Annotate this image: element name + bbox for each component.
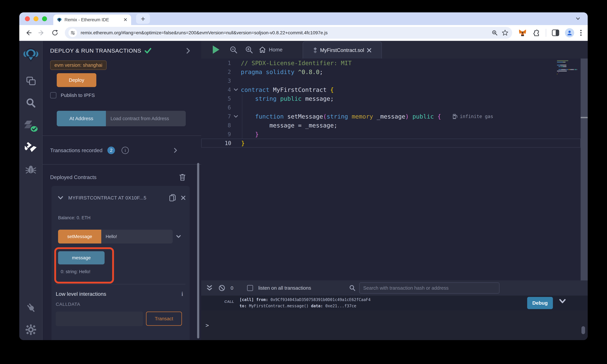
remix-logo-icon[interactable] xyxy=(19,48,42,62)
expand-terminal-icon[interactable] xyxy=(207,280,212,296)
set-message-row: setMessage xyxy=(58,230,181,244)
settings-gear-icon[interactable] xyxy=(19,324,42,335)
sidebar-toggle-icon[interactable] xyxy=(552,29,559,37)
code-line[interactable]: 8 message = _message; xyxy=(201,121,581,130)
panel-divider xyxy=(42,164,201,165)
maximize-window-button[interactable] xyxy=(42,16,47,21)
check-icon xyxy=(145,48,151,53)
panel-expand-chevron-icon[interactable] xyxy=(186,48,190,54)
log-text: [call] from: 0x9Cf934043aD350758391b0D01… xyxy=(239,297,371,309)
tab-close-icon[interactable]: ✕ xyxy=(123,17,128,22)
gas-estimate-widget: infinite gas xyxy=(453,114,493,119)
set-message-button[interactable]: setMessage xyxy=(58,230,101,244)
home-icon xyxy=(259,47,266,53)
terminal-scroll-thumb[interactable] xyxy=(581,326,585,334)
reload-icon[interactable] xyxy=(51,29,59,37)
at-address-button[interactable]: At Address xyxy=(57,111,106,126)
log-expand-chevron-icon[interactable] xyxy=(559,299,566,303)
low-level-info-icon[interactable]: i xyxy=(182,290,183,297)
set-message-input[interactable] xyxy=(101,230,173,244)
menu-kebab-icon[interactable] xyxy=(580,29,582,37)
transact-button[interactable]: Transact xyxy=(146,312,182,326)
panel-scrollbar[interactable] xyxy=(197,163,199,338)
pending-tx-count: 0 xyxy=(231,280,233,296)
code-line[interactable]: 6 xyxy=(201,103,581,112)
deploy-run-icon[interactable] xyxy=(19,142,42,153)
low-level-title: Low level interactions xyxy=(56,291,106,297)
url-text[interactable]: remix.ethereum.org/#lang=en&optimize=fal… xyxy=(81,30,488,36)
forward-icon[interactable] xyxy=(38,29,45,36)
message-button[interactable]: message xyxy=(58,251,105,264)
deploy-run-panel: DEPLOY & RUN TRANSACTIONS evm version: s… xyxy=(42,41,201,340)
panel-divider xyxy=(42,135,201,136)
bookmark-star-icon[interactable] xyxy=(501,29,509,36)
zoom-out-icon[interactable] xyxy=(230,46,238,54)
transactions-expand-chevron-icon[interactable] xyxy=(174,148,177,153)
tab-strip: Remix - Ethereum IDE ✕ + xyxy=(19,12,588,25)
minimap[interactable] xyxy=(557,60,579,75)
code-editor[interactable]: 1// SPDX-License-Identifier: MIT2pragma … xyxy=(201,59,588,280)
plugin-manager-icon[interactable] xyxy=(19,302,42,313)
code-line[interactable]: 4contract MyFirstContract { xyxy=(201,85,581,94)
solidity-file-icon xyxy=(313,47,317,53)
url-bar[interactable]: remix.ethereum.org/#lang=en&optimize=fal… xyxy=(65,27,512,39)
code-line[interactable]: 1// SPDX-License-Identifier: MIT xyxy=(201,59,581,67)
publish-ipfs-checkbox[interactable] xyxy=(50,92,56,98)
terminal-prompt-area[interactable]: > xyxy=(201,311,588,340)
code-line[interactable]: 5 string public message; xyxy=(201,94,581,103)
message-output: 0: string: Hello! xyxy=(61,269,90,274)
zoom-in-icon[interactable] xyxy=(245,46,253,54)
minimize-window-button[interactable] xyxy=(33,16,39,21)
profile-avatar[interactable] xyxy=(565,28,574,38)
clear-console-icon[interactable] xyxy=(218,280,225,296)
expand-args-chevron-icon[interactable] xyxy=(176,235,181,238)
browser-window: Remix - Ethereum IDE ✕ + xyxy=(19,12,588,340)
search-icon[interactable] xyxy=(19,98,42,108)
editor-tab-bar: Home MyFirstContract.sol xyxy=(201,41,588,59)
file-explorer-icon[interactable] xyxy=(19,76,42,86)
site-settings-icon[interactable] xyxy=(68,28,77,37)
transactions-info-icon[interactable]: i xyxy=(121,147,129,154)
copy-address-icon[interactable] xyxy=(169,194,176,202)
browser-tab[interactable]: Remix - Ethereum IDE ✕ xyxy=(53,14,131,25)
contract-title[interactable]: MYFIRSTCONTRACT AT 0X10F...5 xyxy=(68,195,146,201)
tab-list-chevron-icon[interactable] xyxy=(576,17,581,21)
listen-all-checkbox[interactable] xyxy=(247,285,253,291)
trash-icon[interactable] xyxy=(179,174,185,181)
editor-scrollbar[interactable] xyxy=(581,59,588,280)
tab-home-label: Home xyxy=(269,47,283,53)
card-divider xyxy=(56,284,185,284)
metamask-icon[interactable] xyxy=(518,29,527,37)
code-line[interactable]: 10} xyxy=(201,139,581,148)
debug-button[interactable]: Debug xyxy=(527,297,553,309)
debugger-bug-icon[interactable] xyxy=(19,164,42,174)
terminal-log-row[interactable]: CALL [call] from: 0x9Cf934043aD350758391… xyxy=(201,296,588,311)
browser-toolbar: remix.ethereum.org/#lang=en&optimize=fal… xyxy=(19,25,588,41)
deploy-button[interactable]: Deploy xyxy=(57,73,96,87)
at-address-input[interactable] xyxy=(106,111,186,126)
back-icon[interactable] xyxy=(25,29,32,36)
extensions-puzzle-icon[interactable] xyxy=(532,29,540,37)
main-area: Home MyFirstContract.sol 1// SPDX-L xyxy=(201,41,588,340)
terminal-toolbar: 0 listen on all transactions xyxy=(201,280,588,296)
close-window-button[interactable] xyxy=(25,16,30,21)
tab-home[interactable]: Home xyxy=(259,41,283,59)
tab-file-active[interactable]: MyFirstContract.sol xyxy=(303,41,382,59)
zoom-page-icon[interactable] xyxy=(491,29,498,36)
code-line[interactable]: 3 xyxy=(201,76,581,85)
publish-ipfs-label: Publish to IPFS xyxy=(61,92,95,98)
close-file-tab-icon[interactable] xyxy=(367,48,371,52)
transactions-recorded-label: Transactions recorded xyxy=(50,147,102,154)
new-tab-button[interactable]: + xyxy=(136,14,150,24)
remove-contract-icon[interactable] xyxy=(181,196,185,200)
remix-favicon-icon xyxy=(57,17,62,22)
calldata-input[interactable] xyxy=(56,312,143,326)
toolbar-extensions xyxy=(518,28,582,38)
run-script-icon[interactable] xyxy=(212,45,220,54)
code-line[interactable]: 7 function setMessage(string memory _mes… xyxy=(201,112,581,121)
solidity-compiler-icon[interactable] xyxy=(19,120,42,132)
code-line[interactable]: 2pragma solidity ^0.8.0; xyxy=(201,67,581,76)
terminal-search-input[interactable] xyxy=(359,282,500,294)
code-line[interactable]: 9 } xyxy=(201,130,581,139)
contract-collapse-chevron-icon[interactable] xyxy=(58,196,63,199)
